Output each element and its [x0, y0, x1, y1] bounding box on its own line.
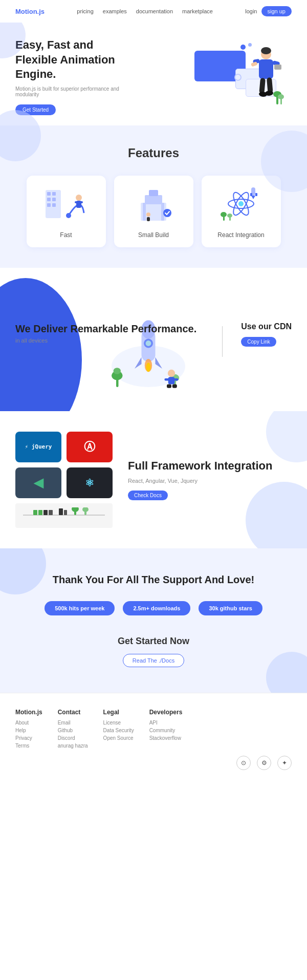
vue-text: ◀ [34, 476, 43, 490]
hero-text: Easy, Fast and Flexible Animation Engine… [15, 38, 138, 115]
stats-section: Thank You For All The Support And Love! … [0, 548, 307, 693]
footer-link-opensource[interactable]: Open Source [103, 735, 134, 741]
performance-section: We Deliver Remarkable Performance. in al… [0, 268, 307, 411]
features-section: Features [0, 125, 307, 268]
stats-heading: Thank You For All The Support And Love! [15, 574, 292, 586]
hero-illustration [179, 40, 292, 112]
footer-col-brand: Motion.js About Help Privacy Terms [15, 709, 42, 751]
svg-point-55 [146, 363, 151, 372]
footer-link-about[interactable]: About [15, 720, 42, 726]
copy-link-button[interactable]: Copy Link [241, 337, 276, 347]
build-illustration [122, 184, 185, 225]
svg-rect-63 [165, 378, 169, 381]
check-docs-button[interactable]: Check Docs [128, 491, 168, 500]
performance-subtitle: in all devices [15, 337, 212, 344]
framework-title: Full Framework Integration [128, 459, 272, 474]
performance-divider [222, 326, 223, 357]
svg-rect-72 [59, 508, 63, 515]
nav-marketplace[interactable]: marketplace [182, 8, 213, 14]
performance-content: We Deliver Remarkable Performance. in al… [15, 322, 292, 357]
footer-link-terms[interactable]: Terms [15, 743, 42, 749]
footer-link-license[interactable]: License [103, 720, 134, 726]
react-text: ⚛ [85, 477, 94, 489]
svg-rect-69 [38, 510, 42, 515]
login-button[interactable]: login [245, 8, 257, 14]
footer-link-github[interactable]: Github [58, 728, 88, 733]
svg-rect-66 [172, 384, 177, 388]
footer-link-author[interactable]: anurag hazra [58, 743, 88, 749]
framework-section: ⚡ jQuery Ⓐ ◀ ⚛ [0, 411, 307, 548]
footer-col-contact: Contact Email Github Discord anurag hazr… [58, 709, 88, 751]
svg-point-1 [261, 47, 271, 54]
footer-col-legal: Legal License Data Security Open Source [103, 709, 134, 751]
stats-blob1 [0, 548, 46, 594]
svg-rect-28 [145, 195, 162, 204]
svg-point-46 [227, 214, 232, 218]
svg-rect-19 [52, 198, 56, 201]
footer-link-community[interactable]: Community [149, 728, 183, 733]
feature-react-label: React Integration [217, 231, 264, 239]
stats-badge-downloads: 2.5m+ downloads [123, 601, 190, 615]
vue-logo: ◀ [15, 467, 61, 498]
svg-rect-25 [75, 201, 78, 203]
settings-icon[interactable]: ✦ [277, 756, 292, 770]
svg-rect-41 [250, 193, 252, 196]
svg-rect-16 [47, 192, 51, 196]
footer-columns: Motion.js About Help Privacy Terms Conta… [15, 709, 292, 751]
stats-cta-title: Get Started Now [15, 636, 292, 647]
nav-examples[interactable]: examples [103, 8, 127, 14]
github-icon[interactable]: ⊙ [236, 756, 251, 770]
footer-link-privacy[interactable]: Privacy [15, 735, 42, 741]
read-docs-button[interactable]: Read The ./Docs [123, 654, 184, 667]
hero-person [246, 43, 287, 112]
performance-title: We Deliver Remarkable Performance. [15, 322, 212, 335]
npm-icon[interactable]: ⚙ [257, 756, 271, 770]
svg-point-77 [82, 507, 89, 512]
nav-documentation[interactable]: documentation [136, 8, 173, 14]
svg-point-58 [114, 368, 121, 374]
jquery-logo: ⚡ jQuery [15, 432, 61, 462]
feature-card-react: React Integration [202, 176, 281, 247]
nav-pricing[interactable]: pricing [77, 8, 93, 14]
framework-logos-area: ⚡ jQuery Ⓐ ◀ ⚛ [15, 432, 113, 528]
brand-logo[interactable]: Motion.js [15, 8, 45, 15]
framework-shelf [15, 503, 113, 528]
svg-point-23 [76, 195, 82, 201]
fast-illustration [35, 184, 98, 225]
footer-link-email[interactable]: Email [58, 720, 88, 726]
svg-marker-40 [251, 196, 255, 199]
footer-social-icons: ⊙ ⚙ ✦ [15, 756, 292, 770]
svg-rect-34 [147, 217, 150, 221]
footer: Motion.js About Help Privacy Terms Conta… [0, 693, 307, 780]
svg-rect-6 [274, 65, 281, 70]
svg-rect-20 [47, 203, 51, 207]
svg-point-32 [163, 209, 171, 217]
svg-rect-62 [168, 377, 175, 384]
stats-badges: 500k hits per week 2.5m+ downloads 30k g… [15, 601, 292, 615]
footer-link-stackoverflow[interactable]: Stackoverflow [149, 735, 183, 741]
footer-link-datasecurity[interactable]: Data Security [103, 728, 134, 733]
jquery-text: ⚡ jQuery [25, 443, 52, 450]
hero-subtitle: Motion.js is built for superior performa… [15, 86, 138, 97]
footer-legal-heading: Legal [103, 709, 134, 716]
svg-rect-42 [255, 193, 257, 196]
react-logo: ⚛ [67, 467, 113, 498]
footer-link-help[interactable]: Help [15, 728, 42, 733]
footer-brand-heading: Motion.js [15, 709, 42, 716]
framework-description: Full Framework Integration React, Angula… [128, 459, 272, 500]
svg-rect-73 [64, 510, 67, 515]
svg-rect-21 [52, 203, 56, 207]
footer-link-api[interactable]: API [149, 720, 183, 726]
nav-links: pricing examples documentation marketpla… [77, 8, 213, 14]
svg-rect-18 [47, 198, 51, 201]
cdn-title: Use our CDN [241, 322, 292, 331]
navbar: Motion.js pricing examples documentation… [0, 0, 307, 23]
signup-button[interactable]: sign up [261, 6, 292, 16]
footer-contact-heading: Contact [58, 709, 88, 716]
footer-link-discord[interactable]: Discord [58, 735, 88, 741]
svg-rect-7 [259, 78, 266, 94]
svg-rect-26 [80, 201, 83, 203]
hero-title: Easy, Fast and Flexible Animation Engine… [15, 38, 138, 82]
nav-auth: login sign up [245, 6, 292, 16]
framework-subtitle: React, Angular, Vue, Jquery [128, 478, 272, 484]
